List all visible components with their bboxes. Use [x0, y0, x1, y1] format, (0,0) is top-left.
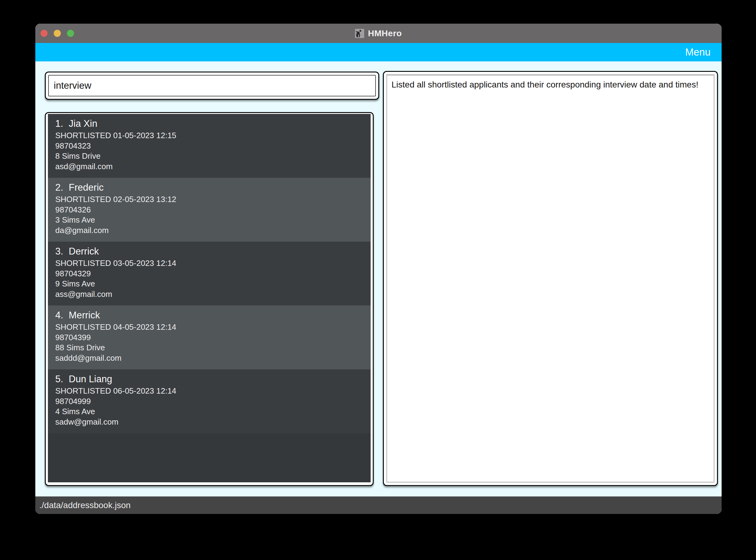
applicant-list-item[interactable]: 2.Frederic SHORTLISTED 02-05-2023 13:12 …	[48, 178, 371, 242]
window-title: HMHero	[368, 28, 402, 38]
applicant-list-item[interactable]: 1.Jia Xin SHORTLISTED 01-05-2023 12:15 9…	[48, 114, 371, 178]
applicant-phone: 98704326	[55, 205, 363, 215]
applicant-address: 9 Sims Ave	[55, 279, 363, 289]
applicant-list-item[interactable]: 3.Derrick SHORTLISTED 03-05-2023 12:14 9…	[48, 242, 371, 305]
applicant-interview-datetime: 04-05-2023 12:14	[113, 322, 176, 332]
applicant-list-item[interactable]: 5.Dun Liang SHORTLISTED 06-05-2023 12:14…	[48, 369, 371, 433]
status-bar: ./data/addressbook.json	[35, 497, 722, 514]
applicant-phone: 98704329	[55, 268, 363, 279]
applicant-name: Frederic	[69, 181, 104, 194]
applicant-list-item[interactable]: 4.Merrick SHORTLISTED 04-05-2023 12:14 9…	[48, 305, 371, 369]
minimize-button[interactable]	[54, 30, 61, 37]
applicant-interview-datetime: 02-05-2023 13:12	[113, 195, 176, 204]
menu-item-menu[interactable]: Menu	[685, 46, 722, 58]
applicant-index: 5.	[55, 373, 63, 386]
app-window: HMHero Menu 1.Jia Xin SHORTLISTED 01-05-…	[35, 24, 722, 514]
applicant-interview-datetime: 01-05-2023 12:15	[113, 131, 176, 140]
applicant-index: 2.	[55, 181, 63, 194]
applicant-name: Dun Liang	[69, 373, 112, 386]
applicant-status-line: SHORTLISTED 03-05-2023 12:14	[55, 258, 363, 268]
desktop-background: { "window": { "title": "HMHero" }, "menu…	[0, 0, 756, 560]
zoom-button[interactable]	[67, 30, 74, 37]
applicant-status: SHORTLISTED	[55, 195, 111, 204]
command-box	[45, 72, 379, 100]
applicant-status-line: SHORTLISTED 02-05-2023 13:12	[55, 194, 363, 205]
applicant-interview-datetime: 03-05-2023 12:14	[113, 259, 176, 268]
applicant-name: Merrick	[69, 308, 100, 322]
applicant-index: 1.	[55, 117, 63, 131]
applicant-status-line: SHORTLISTED 04-05-2023 12:14	[55, 322, 363, 333]
applicant-phone: 98704323	[55, 141, 363, 152]
applicant-phone: 98704999	[55, 396, 363, 407]
close-button[interactable]	[41, 30, 47, 37]
applicant-email: asd@gmail.com	[55, 161, 363, 172]
applicant-name: Derrick	[69, 245, 99, 258]
applicant-address: 88 Sims Drive	[55, 343, 363, 353]
applicant-address: 8 Sims Drive	[55, 151, 363, 161]
command-input[interactable]	[49, 80, 375, 91]
applicant-list-panel: 1.Jia Xin SHORTLISTED 01-05-2023 12:15 9…	[45, 112, 374, 486]
applicant-address: 3 Sims Ave	[55, 215, 363, 225]
applicant-email: ass@gmail.com	[55, 289, 363, 300]
titlebar[interactable]: HMHero	[35, 24, 722, 43]
app-logo-hero-icon	[355, 29, 364, 38]
status-file-path: ./data/addressbook.json	[35, 500, 131, 510]
window-title-group: HMHero	[355, 28, 402, 38]
applicant-email: da@gmail.com	[55, 225, 363, 236]
applicant-phone: 98704399	[55, 333, 363, 343]
applicant-index: 3.	[55, 245, 63, 258]
menubar: Menu	[35, 43, 722, 61]
applicant-status: SHORTLISTED	[55, 386, 111, 396]
applicant-email: saddd@gmail.com	[55, 353, 363, 363]
applicant-status-line: SHORTLISTED 06-05-2023 12:14	[55, 386, 363, 396]
applicant-index: 4.	[55, 308, 63, 322]
command-field-frame	[48, 75, 376, 96]
applicant-address: 4 Sims Ave	[55, 406, 363, 417]
result-display-frame: Listed all shortlisted applicants and th…	[386, 74, 715, 483]
applicant-interview-datetime: 06-05-2023 12:14	[113, 386, 176, 396]
applicant-listview[interactable]: 1.Jia Xin SHORTLISTED 01-05-2023 12:15 9…	[48, 114, 371, 482]
result-display-message: Listed all shortlisted applicants and th…	[387, 76, 714, 94]
applicant-name: Jia Xin	[69, 117, 97, 131]
applicant-status: SHORTLISTED	[55, 131, 111, 140]
main-content: 1.Jia Xin SHORTLISTED 01-05-2023 12:15 9…	[35, 61, 722, 497]
result-display-panel: Listed all shortlisted applicants and th…	[383, 71, 718, 486]
applicant-status: SHORTLISTED	[55, 259, 111, 268]
applicant-status: SHORTLISTED	[55, 322, 111, 332]
traffic-lights	[41, 24, 74, 43]
applicant-status-line: SHORTLISTED 01-05-2023 12:15	[55, 131, 363, 141]
applicant-email: sadw@gmail.com	[55, 417, 363, 427]
